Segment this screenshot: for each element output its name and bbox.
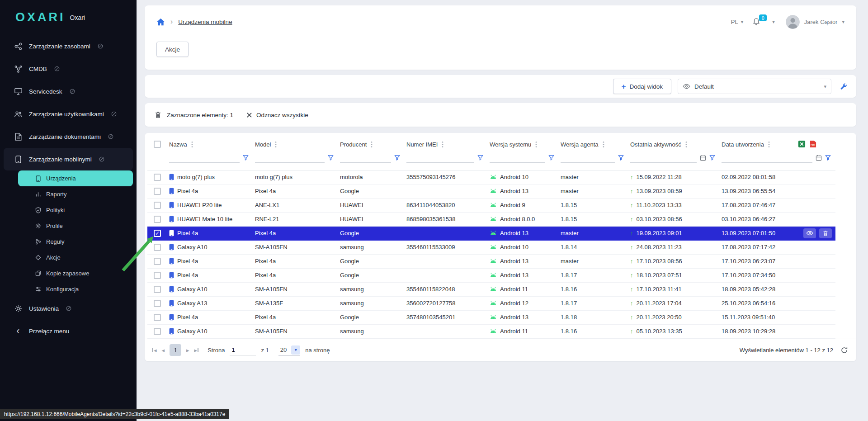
column-header-imei[interactable]: Numer IMEI (406, 141, 438, 148)
refresh-icon[interactable] (840, 346, 848, 354)
filter-icon[interactable] (548, 155, 554, 161)
sidebar-item-servicedesk[interactable]: Servicedesk (0, 80, 137, 103)
filter-input-last_activity[interactable] (630, 153, 697, 163)
sidebar-item-zarzadzanie-dokumentami[interactable]: Zarządzanie dokumentami (0, 125, 137, 148)
table-row[interactable]: Pixel 4aPixel 4aGoogleAndroid 13master↑1… (147, 184, 835, 198)
select-all-checkbox[interactable] (154, 141, 161, 148)
sidebar-item-urzadzenia[interactable]: Urządzenia (18, 170, 133, 186)
user-menu-caret-icon[interactable]: ▾ (842, 19, 844, 25)
table-row[interactable]: moto g(7) plusmoto g(7) plusmotorola3555… (147, 170, 835, 184)
row-checkbox[interactable] (154, 300, 161, 307)
column-menu-icon[interactable] (602, 140, 605, 149)
table-row[interactable]: Galaxy A13SM-A135Fsamsung356002720127758… (147, 296, 835, 310)
row-checkbox[interactable] (154, 328, 161, 335)
row-checkbox[interactable]: ✓ (154, 230, 161, 237)
column-menu-icon[interactable] (190, 140, 194, 149)
row-checkbox[interactable] (154, 216, 161, 223)
sidebar-item-reguly[interactable]: Reguły (18, 234, 133, 250)
filter-input-agent[interactable] (561, 153, 615, 163)
column-menu-icon[interactable] (534, 140, 538, 149)
language-selector[interactable]: PL ▾ (731, 19, 743, 25)
row-checkbox[interactable] (154, 272, 161, 279)
notifications-caret-icon[interactable]: ▾ (772, 19, 775, 25)
table-row[interactable]: Galaxy A10SM-A105FNsamsung35546011553300… (147, 240, 835, 254)
prev-page-button[interactable]: ◂ (162, 347, 165, 354)
filter-icon[interactable] (477, 155, 483, 161)
sidebar-item-akcje[interactable]: Akcje (18, 250, 133, 265)
akcje-button[interactable]: Akcje (156, 42, 189, 57)
column-menu-icon[interactable] (767, 140, 771, 149)
column-header-created[interactable]: Data utworzenia (722, 141, 764, 148)
row-checkbox[interactable] (154, 188, 161, 195)
view-details-button[interactable] (803, 228, 816, 238)
filter-icon[interactable] (394, 155, 400, 161)
sidebar-item-zarzadzanie-zasobami[interactable]: Zarządzanie zasobami (0, 35, 137, 57)
delete-row-button[interactable] (819, 228, 832, 238)
add-view-button[interactable]: + Dodaj widok (613, 79, 671, 94)
table-row[interactable]: Galaxy A10SM-A105FNsamsung35546011582204… (147, 282, 835, 296)
sidebar-item-cmdb[interactable]: CMDB (0, 57, 137, 80)
filter-icon[interactable] (243, 155, 249, 161)
sidebar-item-profile[interactable]: Profile (18, 218, 133, 234)
column-menu-icon[interactable] (684, 140, 688, 149)
filter-input-producer[interactable] (340, 153, 391, 163)
table-row[interactable]: Pixel 4aPixel 4aGoogle357480103545201And… (147, 310, 835, 324)
avatar[interactable] (786, 15, 800, 29)
table-row[interactable]: HUAWEI P20 liteANE-LX1HUAWEI863411044053… (147, 198, 835, 212)
sidebar-item-zarzadzanie-mobilnymi[interactable]: Zarządzanie mobilnymi (4, 148, 133, 170)
brand-logo[interactable]: OXARI Oxari (0, 0, 137, 35)
column-menu-icon[interactable] (441, 140, 444, 149)
column-header-last_activity[interactable]: Ostatnia aktywność (630, 141, 681, 148)
filter-input-imei[interactable] (406, 153, 474, 163)
home-icon[interactable] (156, 18, 165, 26)
delete-selected-icon[interactable] (155, 111, 161, 118)
calendar-icon[interactable] (816, 155, 822, 161)
filter-input-system[interactable] (490, 153, 545, 163)
export-pdf-icon[interactable]: PDF (810, 140, 816, 148)
table-row[interactable]: Pixel 4aPixel 4aGoogleAndroid 131.8.17↑1… (147, 268, 835, 282)
filter-icon[interactable] (618, 155, 624, 161)
column-menu-icon[interactable] (274, 140, 278, 149)
deselect-all-button[interactable]: Odznacz wszystkie (247, 112, 308, 118)
row-checkbox[interactable] (154, 174, 161, 181)
row-checkbox[interactable] (154, 286, 161, 293)
row-checkbox[interactable] (154, 258, 161, 265)
page-size-select[interactable]: 20 ▾ (278, 344, 300, 356)
row-checkbox[interactable] (154, 202, 161, 209)
sidebar-item-ustawienia[interactable]: Ustawienia (0, 297, 137, 320)
page-input[interactable] (230, 345, 256, 355)
grid-settings-button[interactable] (838, 81, 849, 92)
row-checkbox[interactable] (154, 244, 161, 251)
last-page-button[interactable]: ▸ (194, 347, 199, 354)
view-select[interactable]: Default ▾ (678, 79, 831, 94)
column-header-producer[interactable]: Producent (340, 141, 367, 148)
sidebar-item-raporty[interactable]: Raporty (18, 186, 133, 202)
filter-icon[interactable] (709, 155, 715, 161)
sidebar-item-kopie-zapasowe[interactable]: Kopie zapasowe (18, 265, 133, 281)
next-page-button[interactable]: ▸ (186, 347, 189, 354)
calendar-icon[interactable] (700, 155, 706, 161)
table-row[interactable]: ✓Pixel 4aPixel 4aGoogleAndroid 13master↑… (147, 226, 835, 240)
table-row[interactable]: Pixel 4aPixel 4aGoogleAndroid 13master↑1… (147, 254, 835, 268)
column-menu-icon[interactable] (370, 140, 373, 149)
sidebar-item-konfiguracja[interactable]: Konfiguracja (18, 281, 133, 297)
export-excel-icon[interactable] (798, 140, 806, 148)
sidebar-item-zarzadzanie-uzytkownikami[interactable]: Zarządzanie użytkownikami (0, 103, 137, 125)
notifications-button[interactable]: 0 (752, 17, 760, 27)
filter-icon[interactable] (825, 155, 831, 161)
filter-input-name[interactable] (169, 153, 240, 163)
row-checkbox[interactable] (154, 314, 161, 321)
table-row[interactable]: Galaxy A10SM-A105FNsamsungAndroid 111.8.… (147, 324, 835, 338)
page-number-button[interactable]: 1 (170, 344, 181, 356)
column-header-system[interactable]: Wersja systemu (490, 141, 531, 148)
sidebar-item-polityki[interactable]: Polityki (18, 202, 133, 218)
filter-input-created[interactable] (722, 153, 812, 163)
breadcrumb-current[interactable]: Urządzenia mobilne (178, 19, 232, 25)
column-header-model[interactable]: Model (255, 141, 271, 148)
filter-icon[interactable] (328, 155, 334, 161)
column-header-agent[interactable]: Wersja agenta (561, 141, 599, 148)
column-header-name[interactable]: Nazwa (169, 141, 187, 148)
table-row[interactable]: HUAWEI Mate 10 liteRNE-L21HUAWEI86859803… (147, 212, 835, 226)
filter-input-model[interactable] (255, 153, 325, 163)
sidebar-toggle[interactable]: ‹ Przełącz menu (0, 320, 137, 342)
